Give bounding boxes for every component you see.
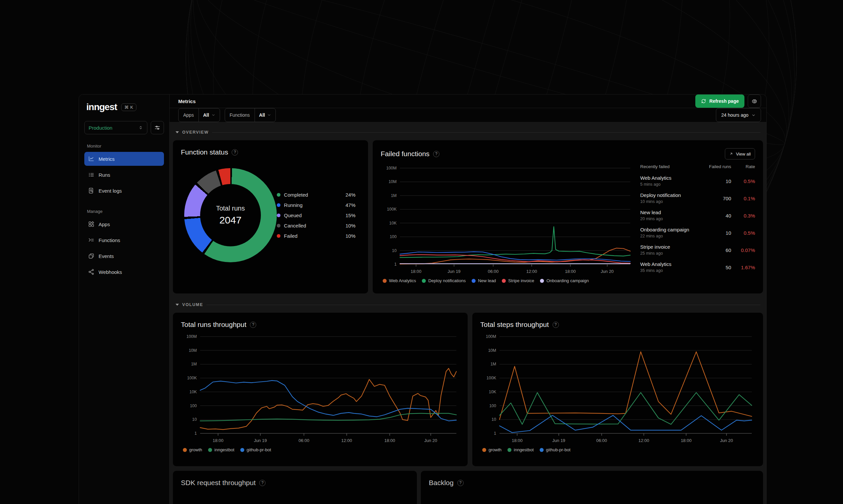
svg-text:100M: 100M (486, 334, 496, 339)
failed-functions-card: Failed functions ? View all 11010010K100… (373, 140, 763, 293)
svg-text:Jun 20: Jun 20 (424, 438, 437, 443)
functions-filter[interactable]: Functions All (225, 108, 276, 122)
function-list-icon (88, 237, 94, 244)
chart-legend-item: Deploy notifications (422, 278, 466, 283)
time-range-selector[interactable]: 24 hours ago (716, 108, 761, 122)
chevron-down-icon (211, 113, 216, 117)
failed-rate-value: 0.07% (731, 247, 755, 253)
collapse-triangle-icon (176, 131, 179, 133)
function-name[interactable]: Stripe invoice (640, 244, 670, 250)
chart-legend-item: github-pr-bot (540, 447, 570, 452)
apps-filter[interactable]: Apps All (178, 108, 220, 122)
svg-text:1M: 1M (491, 362, 496, 366)
overview-section-header[interactable]: OVERVIEW (176, 128, 760, 136)
status-legend-item: Completed24% (277, 192, 356, 198)
svg-text:10M: 10M (488, 348, 496, 353)
svg-text:18:00: 18:00 (565, 269, 576, 274)
recently-failed-table: Recently failed Failed runs Rate Web Ana… (639, 163, 755, 283)
sidebar-item-webhooks[interactable]: Webhooks (84, 265, 164, 279)
failed-time: 5 mins ago (640, 182, 660, 187)
chevron-down-icon (752, 113, 756, 118)
view-all-button[interactable]: View all (725, 148, 755, 160)
arrow-up-right-icon (729, 152, 733, 156)
help-icon[interactable]: ? (259, 480, 265, 486)
help-icon[interactable]: ? (457, 480, 464, 486)
failed-time: 22 mins ago (640, 234, 663, 238)
svg-text:18:00: 18:00 (411, 269, 422, 274)
svg-text:1: 1 (194, 431, 197, 436)
failed-runs-value: 700 (703, 196, 731, 201)
svg-text:10K: 10K (489, 390, 497, 394)
sidebar-item-event-logs[interactable]: Event logs (84, 184, 164, 198)
refresh-icon (701, 98, 706, 104)
sdk-request-throughput-card: SDK request throughput ? (173, 471, 417, 504)
help-icon[interactable]: ? (232, 149, 238, 156)
total-steps-chart: 11010010K100K1M10M100M18:00Jun 1906:0012… (480, 332, 755, 445)
refresh-page-button[interactable]: Refresh page (695, 94, 744, 108)
environment-selector[interactable]: Production (84, 121, 148, 134)
recently-failed-row[interactable]: Deploy notification10 mins ago7000.1% (640, 190, 755, 207)
sidebar-item-metrics[interactable]: Metrics (84, 152, 164, 166)
recently-failed-row[interactable]: Web Analytics35 mins ago501.67% (640, 259, 755, 276)
total-runs-title: Total runs throughput (181, 321, 246, 329)
recently-failed-row[interactable]: New lead20 mins ago400.3% (640, 207, 755, 224)
manage-nav: AppsFunctionsEventsWebhooks (84, 217, 164, 281)
sidebar-item-label: Apps (99, 221, 110, 227)
sidebar-item-apps[interactable]: Apps (84, 217, 164, 231)
sidebar-section-manage: Manage (87, 209, 161, 214)
failed-rate-value: 0.5% (731, 230, 755, 236)
total-runs-chart: 11010010K100K1M10M100M18:00Jun 1906:0012… (181, 332, 460, 445)
sidebar-item-label: Runs (99, 172, 110, 178)
command-icon: ⌘ (124, 105, 129, 110)
chart-legend-item: Stripe invoice (502, 278, 534, 283)
svg-text:100K: 100K (387, 207, 397, 212)
legend-dot (277, 203, 280, 207)
sidebar-item-events[interactable]: Events (84, 249, 164, 263)
apps-grid-icon (88, 221, 94, 228)
failed-functions-chart: 11010010K100K1M10M100M18:00Jun 1906:0012… (381, 163, 634, 275)
settings-button[interactable] (748, 94, 761, 108)
function-name[interactable]: New lead (640, 210, 661, 215)
svg-text:100K: 100K (486, 376, 497, 380)
command-k-shortcut[interactable]: ⌘ K (121, 104, 137, 111)
function-name[interactable]: Deploy notification (640, 192, 681, 198)
total-steps-title: Total steps throughput (480, 321, 549, 329)
function-name[interactable]: Web Analytics (640, 261, 671, 267)
environment-filter-button[interactable] (151, 121, 164, 134)
chart-line-icon (88, 156, 94, 162)
volume-section-header[interactable]: VOLUME (176, 301, 760, 309)
sliders-icon (154, 124, 161, 131)
svg-text:10K: 10K (389, 221, 397, 226)
status-legend: Completed24%Running47%Queued15%Cancelled… (277, 187, 356, 244)
function-name[interactable]: Onboarding campaign (640, 227, 689, 232)
runs-list-icon (88, 172, 94, 178)
recently-failed-row[interactable]: Onboarding campaign22 mins ago100.5% (640, 224, 755, 241)
svg-text:100: 100 (390, 234, 397, 239)
recently-failed-row[interactable]: Stripe invoice25 mins ago600.07% (640, 241, 755, 259)
legend-dot (507, 448, 512, 452)
legend-dot (277, 193, 280, 197)
failed-runs-value: 40 (703, 213, 731, 218)
legend-dot (422, 279, 426, 283)
chevron-down-icon (267, 113, 271, 117)
failed-time: 35 mins ago (640, 268, 663, 273)
chevron-up-down-icon (138, 125, 143, 130)
total-runs-legend: growthinngestbotgithub-pr-bot (181, 447, 460, 452)
failed-runs-value: 50 (703, 265, 731, 270)
status-legend-item: Queued15% (277, 213, 356, 218)
recently-failed-row[interactable]: Web Analytics5 mins ago100.5% (640, 173, 755, 190)
svg-text:Jun 20: Jun 20 (601, 269, 614, 274)
backlog-title: Backlog (429, 479, 454, 487)
chart-legend-item: growth (183, 447, 202, 452)
help-icon[interactable]: ? (433, 151, 440, 157)
gear-icon (752, 98, 758, 105)
help-icon[interactable]: ? (553, 322, 559, 328)
main-area: Metrics Refresh page Apps All (170, 94, 766, 504)
function-name[interactable]: Web Analytics (640, 175, 671, 181)
failed-time: 10 mins ago (640, 199, 663, 204)
sidebar-item-functions[interactable]: Functions (84, 233, 164, 247)
svg-text:10: 10 (192, 417, 197, 422)
sidebar-item-runs[interactable]: Runs (84, 168, 164, 182)
top-bar: Metrics Refresh page (170, 94, 766, 108)
help-icon[interactable]: ? (250, 322, 256, 328)
